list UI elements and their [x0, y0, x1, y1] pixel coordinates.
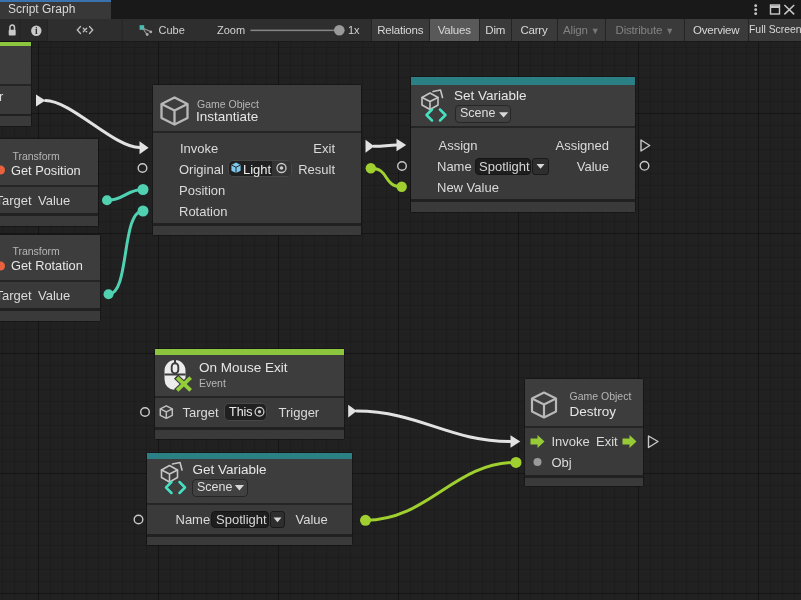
svg-text:i: i: [35, 26, 38, 36]
